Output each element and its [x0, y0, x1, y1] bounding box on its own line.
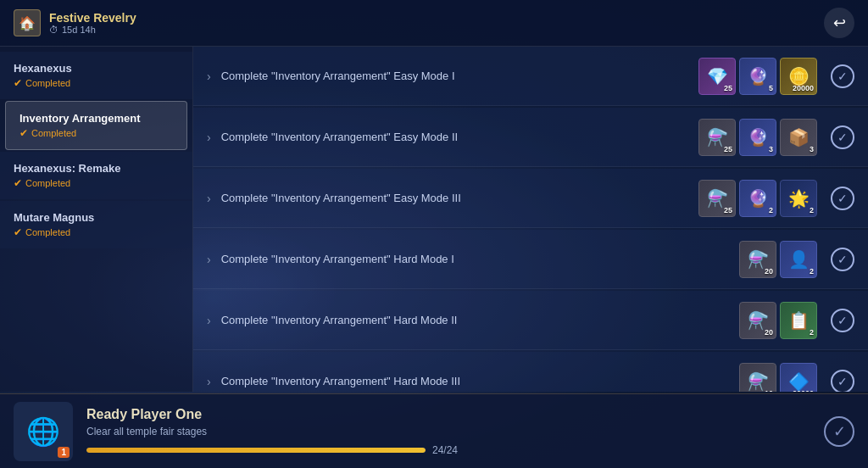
sidebar-item-status: ✔Completed: [14, 177, 179, 189]
task-check-icon: ✓: [831, 64, 854, 88]
sidebar-item-label: Mutare Magnus: [14, 211, 179, 224]
header-title-group: Festive Revelry ⏱ 15d 14h: [49, 11, 136, 35]
reward-count: 2: [769, 206, 773, 214]
reward-count: 3: [810, 145, 814, 153]
header: 🏠 Festive Revelry ⏱ 15d 14h ↩: [0, 0, 868, 47]
task-name-label: Complete "Inventory Arrangement" Easy Mo…: [221, 131, 698, 143]
quest-title: Ready Player One: [86, 407, 810, 422]
reward-item: 🪙20000: [780, 58, 817, 95]
reward-item: 🔷20000: [780, 363, 817, 393]
task-rewards: ⚗️25🔮3📦3: [698, 119, 817, 156]
chevron-right-icon: ›: [207, 375, 211, 388]
back-icon: ↩: [833, 14, 846, 32]
progress-text: 24/24: [432, 444, 458, 456]
reward-count: 10: [765, 389, 773, 393]
quest-badge: 🌐 1: [14, 402, 73, 461]
reward-count: 3: [769, 145, 773, 153]
header-timer: ⏱ 15d 14h: [49, 25, 136, 35]
reward-count: 20: [765, 328, 773, 337]
reward-item: 🔮3: [739, 119, 776, 156]
reward-icon: 🔮: [748, 190, 769, 207]
quest-complete-check: ✓: [824, 416, 854, 447]
task-check-icon: ✓: [831, 125, 854, 149]
task-name-label: Complete "Inventory Arrangement" Easy Mo…: [221, 70, 698, 82]
reward-icon: ⚗️: [748, 373, 769, 390]
progress-fill: [86, 448, 426, 453]
reward-count: 2: [810, 328, 814, 337]
status-label: Completed: [31, 128, 76, 138]
reward-icon: 💎: [707, 68, 728, 85]
reward-item: 👤2: [780, 241, 817, 278]
sidebar-item-status: ✔Completed: [14, 77, 179, 89]
task-row[interactable]: ›Complete "Inventory Arrangement" Easy M…: [193, 108, 868, 167]
quest-description: Clear all temple fair stages: [86, 426, 810, 437]
status-label: Completed: [25, 178, 70, 188]
task-row[interactable]: ›Complete "Inventory Arrangement" Hard M…: [193, 230, 868, 289]
reward-count: 2: [810, 267, 814, 276]
progress-bar: [86, 448, 426, 453]
sidebar-item-inventory-arrangement[interactable]: Inventory Arrangement✔Completed: [5, 101, 187, 150]
sidebar-item-status: ✔Completed: [19, 127, 173, 139]
reward-item: ⚗️25: [698, 119, 736, 156]
sidebar-item-mutare-magnus[interactable]: Mutare Magnus✔Completed: [0, 201, 192, 248]
task-list: ›Complete "Inventory Arrangement" Easy M…: [193, 47, 868, 392]
task-rewards: 💎25🔮5🪙20000: [698, 58, 817, 95]
sidebar-item-label: Hexanexus: [14, 62, 179, 75]
task-row[interactable]: ›Complete "Inventory Arrangement" Hard M…: [193, 352, 868, 392]
reward-count: 2: [810, 206, 814, 214]
sidebar-item-label: Hexanexus: Remake: [14, 162, 179, 175]
task-rewards: ⚗️25🔮2🌟2: [698, 180, 817, 217]
status-label: Completed: [25, 227, 70, 237]
chevron-right-icon: ›: [207, 192, 211, 205]
timer-icon: ⏱: [49, 25, 58, 35]
chevron-right-icon: ›: [207, 131, 211, 144]
quest-info: Ready Player One Clear all temple fair s…: [86, 407, 810, 456]
task-name-label: Complete "Inventory Arrangement" Hard Mo…: [221, 314, 739, 326]
reward-item: ⚗️10: [739, 363, 776, 393]
task-row[interactable]: ›Complete "Inventory Arrangement" Easy M…: [193, 47, 868, 106]
check-icon: ✔: [19, 127, 28, 139]
task-rewards: ⚗️20📋2: [739, 302, 817, 339]
reward-item: 💎25: [698, 58, 736, 95]
reward-icon: 👤: [788, 251, 810, 268]
task-check-icon: ✓: [831, 370, 854, 393]
timer-value: 15d 14h: [62, 25, 96, 35]
reward-count: 25: [724, 145, 732, 153]
reward-count: 5: [769, 84, 773, 92]
back-button[interactable]: ↩: [824, 8, 854, 38]
reward-item: 🌟2: [780, 180, 817, 217]
sidebar-item-label: Inventory Arrangement: [19, 112, 173, 125]
check-icon: ✔: [14, 177, 22, 189]
task-rewards: ⚗️10🔷20000: [739, 363, 817, 393]
event-title: Festive Revelry: [49, 11, 136, 25]
task-check-icon: ✓: [831, 187, 854, 210]
sidebar-item-hexanexus[interactable]: Hexanexus✔Completed: [0, 52, 192, 99]
chevron-right-icon: ›: [207, 253, 211, 266]
check-icon: ✔: [14, 226, 22, 238]
reward-icon: 🔮: [748, 129, 769, 146]
task-check-icon: ✓: [831, 248, 854, 271]
main-layout: Hexanexus✔CompletedInventory Arrangement…: [0, 47, 868, 392]
reward-icon: 🔮: [748, 68, 769, 85]
reward-item: ⚗️25: [698, 180, 736, 217]
task-row[interactable]: ›Complete "Inventory Arrangement" Hard M…: [193, 291, 868, 350]
reward-icon: 🔷: [788, 373, 810, 390]
chevron-right-icon: ›: [207, 70, 211, 83]
reward-item: ⚗️20: [739, 241, 776, 278]
bottom-quest-bar: 🌐 1 Ready Player One Clear all temple fa…: [0, 393, 868, 468]
reward-count: 20: [765, 267, 773, 276]
progress-container: 24/24: [86, 444, 810, 456]
reward-icon: 🌟: [788, 190, 810, 207]
reward-item: 📋2: [780, 302, 817, 339]
check-icon: ✔: [14, 77, 22, 89]
quest-badge-icon: 🌐: [26, 415, 60, 448]
task-rewards: ⚗️20👤2: [739, 241, 817, 278]
chevron-right-icon: ›: [207, 314, 211, 327]
reward-item: 🔮5: [739, 58, 776, 95]
reward-icon: 📦: [788, 129, 810, 146]
task-name-label: Complete "Inventory Arrangement" Hard Mo…: [221, 253, 739, 265]
reward-count: 25: [724, 206, 732, 214]
reward-count: 20000: [793, 84, 814, 92]
sidebar-item-hexanexus-remake[interactable]: Hexanexus: Remake✔Completed: [0, 152, 192, 199]
task-row[interactable]: ›Complete "Inventory Arrangement" Easy M…: [193, 169, 868, 228]
